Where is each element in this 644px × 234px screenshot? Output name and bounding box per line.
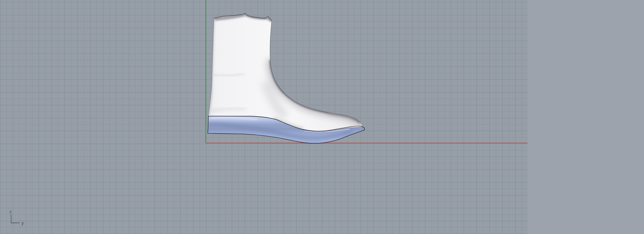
axis-gizmo-icon: z y (9, 209, 24, 226)
boot-upper[interactable] (208, 13, 362, 131)
boot-model (208, 13, 364, 143)
axis-gizmo-lines (11, 215, 20, 223)
axis-gizmo-z-label: z (9, 209, 12, 214)
scene-canvas: z y (0, 0, 644, 234)
axis-gizmo-y-label: y (21, 221, 24, 226)
cad-viewport: z y (0, 0, 644, 234)
